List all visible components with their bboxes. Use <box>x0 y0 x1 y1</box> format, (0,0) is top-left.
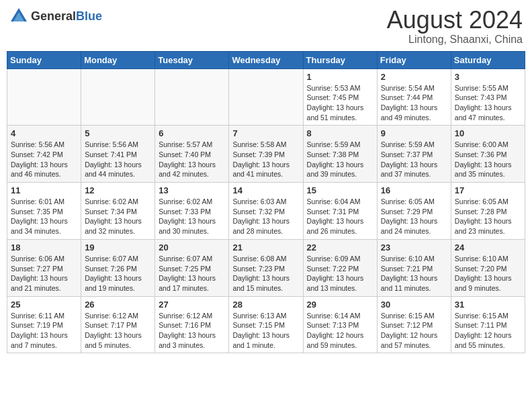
day-detail: Sunrise: 6:08 AM Sunset: 7:23 PM Dayligh… <box>232 254 299 293</box>
day-detail: Sunrise: 6:14 AM Sunset: 7:13 PM Dayligh… <box>307 311 373 351</box>
calendar-day-cell <box>7 68 81 126</box>
calendar-day-cell: 8Sunrise: 5:59 AM Sunset: 7:38 PM Daylig… <box>303 126 377 183</box>
calendar-week-row: 1Sunrise: 5:53 AM Sunset: 7:45 PM Daylig… <box>7 68 525 126</box>
day-number: 6 <box>159 128 225 138</box>
calendar-day-cell: 11Sunrise: 6:01 AM Sunset: 7:35 PM Dayli… <box>7 183 81 240</box>
calendar-day-cell: 19Sunrise: 6:07 AM Sunset: 7:26 PM Dayli… <box>81 239 155 296</box>
day-detail: Sunrise: 5:55 AM Sunset: 7:43 PM Dayligh… <box>455 83 521 123</box>
day-detail: Sunrise: 6:12 AM Sunset: 7:17 PM Dayligh… <box>85 311 151 351</box>
calendar-day-cell: 14Sunrise: 6:03 AM Sunset: 7:32 PM Dayli… <box>229 183 303 240</box>
day-number: 2 <box>381 72 447 82</box>
day-number: 11 <box>11 185 77 195</box>
calendar-day-cell: 21Sunrise: 6:08 AM Sunset: 7:23 PM Dayli… <box>229 239 303 296</box>
calendar-day-cell: 20Sunrise: 6:07 AM Sunset: 7:25 PM Dayli… <box>155 239 229 296</box>
day-detail: Sunrise: 5:56 AM Sunset: 7:42 PM Dayligh… <box>11 140 77 179</box>
day-detail: Sunrise: 5:59 AM Sunset: 7:37 PM Dayligh… <box>381 140 447 179</box>
day-detail: Sunrise: 6:02 AM Sunset: 7:33 PM Dayligh… <box>159 197 225 236</box>
calendar-table: SundayMondayTuesdayWednesdayThursdayFrid… <box>7 51 525 354</box>
day-number: 28 <box>232 300 299 310</box>
calendar-day-cell: 31Sunrise: 6:15 AM Sunset: 7:11 PM Dayli… <box>451 296 525 353</box>
day-number: 9 <box>381 128 447 138</box>
calendar-day-cell: 15Sunrise: 6:04 AM Sunset: 7:31 PM Dayli… <box>303 183 377 240</box>
calendar-day-cell: 24Sunrise: 6:10 AM Sunset: 7:20 PM Dayli… <box>451 239 525 296</box>
day-detail: Sunrise: 5:56 AM Sunset: 7:41 PM Dayligh… <box>85 140 151 179</box>
day-detail: Sunrise: 6:02 AM Sunset: 7:34 PM Dayligh… <box>85 197 151 236</box>
day-detail: Sunrise: 6:04 AM Sunset: 7:31 PM Dayligh… <box>307 197 373 236</box>
day-detail: Sunrise: 6:05 AM Sunset: 7:28 PM Dayligh… <box>455 197 521 236</box>
page-header: GeneralBlue August 2024 Lintong, Shaanxi… <box>7 7 525 46</box>
day-number: 27 <box>159 300 225 310</box>
calendar-day-cell: 12Sunrise: 6:02 AM Sunset: 7:34 PM Dayli… <box>81 183 155 240</box>
weekday-label: Sunday <box>7 51 81 68</box>
weekday-label: Thursday <box>303 51 377 68</box>
day-number: 19 <box>85 242 151 253</box>
calendar-day-cell: 29Sunrise: 6:14 AM Sunset: 7:13 PM Dayli… <box>303 296 377 353</box>
day-detail: Sunrise: 6:12 AM Sunset: 7:16 PM Dayligh… <box>159 311 225 351</box>
calendar-day-cell: 9Sunrise: 5:59 AM Sunset: 7:37 PM Daylig… <box>377 126 451 183</box>
day-detail: Sunrise: 6:07 AM Sunset: 7:26 PM Dayligh… <box>85 254 151 293</box>
calendar-day-cell: 13Sunrise: 6:02 AM Sunset: 7:33 PM Dayli… <box>155 183 229 240</box>
calendar-day-cell: 6Sunrise: 5:57 AM Sunset: 7:40 PM Daylig… <box>155 126 229 183</box>
day-detail: Sunrise: 5:59 AM Sunset: 7:38 PM Dayligh… <box>307 140 373 179</box>
day-number: 15 <box>307 185 373 195</box>
calendar-day-cell <box>229 68 303 126</box>
day-number: 8 <box>307 128 373 138</box>
title-block: August 2024 Lintong, Shaanxi, China <box>387 7 523 46</box>
location-title: Lintong, Shaanxi, China <box>387 34 523 46</box>
day-detail: Sunrise: 6:15 AM Sunset: 7:12 PM Dayligh… <box>381 311 447 351</box>
day-detail: Sunrise: 6:10 AM Sunset: 7:21 PM Dayligh… <box>381 254 447 293</box>
day-detail: Sunrise: 5:54 AM Sunset: 7:44 PM Dayligh… <box>381 83 447 123</box>
calendar-day-cell: 18Sunrise: 6:06 AM Sunset: 7:27 PM Dayli… <box>7 239 81 296</box>
day-detail: Sunrise: 6:01 AM Sunset: 7:35 PM Dayligh… <box>11 197 77 236</box>
calendar-day-cell: 23Sunrise: 6:10 AM Sunset: 7:21 PM Dayli… <box>377 239 451 296</box>
month-title: August 2024 <box>387 7 523 34</box>
day-number: 18 <box>11 242 77 253</box>
calendar-day-cell: 16Sunrise: 6:05 AM Sunset: 7:29 PM Dayli… <box>377 183 451 240</box>
day-number: 17 <box>455 185 521 195</box>
day-number: 5 <box>85 128 151 138</box>
day-number: 23 <box>381 242 447 253</box>
day-detail: Sunrise: 6:03 AM Sunset: 7:32 PM Dayligh… <box>232 197 299 236</box>
day-number: 22 <box>307 242 373 253</box>
logo-general-text: General <box>31 9 76 23</box>
day-detail: Sunrise: 6:15 AM Sunset: 7:11 PM Dayligh… <box>455 311 521 351</box>
day-detail: Sunrise: 6:13 AM Sunset: 7:15 PM Dayligh… <box>232 311 299 351</box>
calendar-day-cell: 22Sunrise: 6:09 AM Sunset: 7:22 PM Dayli… <box>303 239 377 296</box>
calendar-day-cell: 3Sunrise: 5:55 AM Sunset: 7:43 PM Daylig… <box>451 68 525 126</box>
calendar-day-cell: 10Sunrise: 6:00 AM Sunset: 7:36 PM Dayli… <box>451 126 525 183</box>
logo-blue-text: Blue <box>76 9 102 23</box>
day-number: 21 <box>232 242 299 253</box>
day-detail: Sunrise: 5:58 AM Sunset: 7:39 PM Dayligh… <box>232 140 299 179</box>
calendar-day-cell: 26Sunrise: 6:12 AM Sunset: 7:17 PM Dayli… <box>81 296 155 353</box>
calendar-day-cell <box>155 68 229 126</box>
day-detail: Sunrise: 6:05 AM Sunset: 7:29 PM Dayligh… <box>381 197 447 236</box>
day-detail: Sunrise: 5:57 AM Sunset: 7:40 PM Dayligh… <box>159 140 225 179</box>
day-number: 12 <box>85 185 151 195</box>
weekday-label: Wednesday <box>229 51 303 68</box>
day-number: 7 <box>232 128 299 138</box>
calendar-day-cell: 7Sunrise: 5:58 AM Sunset: 7:39 PM Daylig… <box>229 126 303 183</box>
day-number: 13 <box>159 185 225 195</box>
calendar-day-cell: 5Sunrise: 5:56 AM Sunset: 7:41 PM Daylig… <box>81 126 155 183</box>
day-number: 31 <box>455 300 521 310</box>
calendar-week-row: 25Sunrise: 6:11 AM Sunset: 7:19 PM Dayli… <box>7 296 525 353</box>
day-number: 24 <box>455 242 521 253</box>
weekday-label: Monday <box>81 51 155 68</box>
weekday-label: Friday <box>377 51 451 68</box>
day-detail: Sunrise: 6:00 AM Sunset: 7:36 PM Dayligh… <box>455 140 521 179</box>
weekday-label: Tuesday <box>155 51 229 68</box>
day-detail: Sunrise: 6:07 AM Sunset: 7:25 PM Dayligh… <box>159 254 225 293</box>
calendar-week-row: 18Sunrise: 6:06 AM Sunset: 7:27 PM Dayli… <box>7 239 525 296</box>
calendar-week-row: 4Sunrise: 5:56 AM Sunset: 7:42 PM Daylig… <box>7 126 525 183</box>
day-number: 3 <box>455 72 521 82</box>
calendar-day-cell <box>81 68 155 126</box>
day-number: 10 <box>455 128 521 138</box>
calendar-body: 1Sunrise: 5:53 AM Sunset: 7:45 PM Daylig… <box>7 68 525 353</box>
calendar-day-cell: 17Sunrise: 6:05 AM Sunset: 7:28 PM Dayli… <box>451 183 525 240</box>
calendar-day-cell: 30Sunrise: 6:15 AM Sunset: 7:12 PM Dayli… <box>377 296 451 353</box>
day-number: 4 <box>11 128 77 138</box>
day-detail: Sunrise: 6:09 AM Sunset: 7:22 PM Dayligh… <box>307 254 373 293</box>
day-number: 30 <box>381 300 447 310</box>
logo: GeneralBlue <box>9 7 102 26</box>
day-number: 20 <box>159 242 225 253</box>
